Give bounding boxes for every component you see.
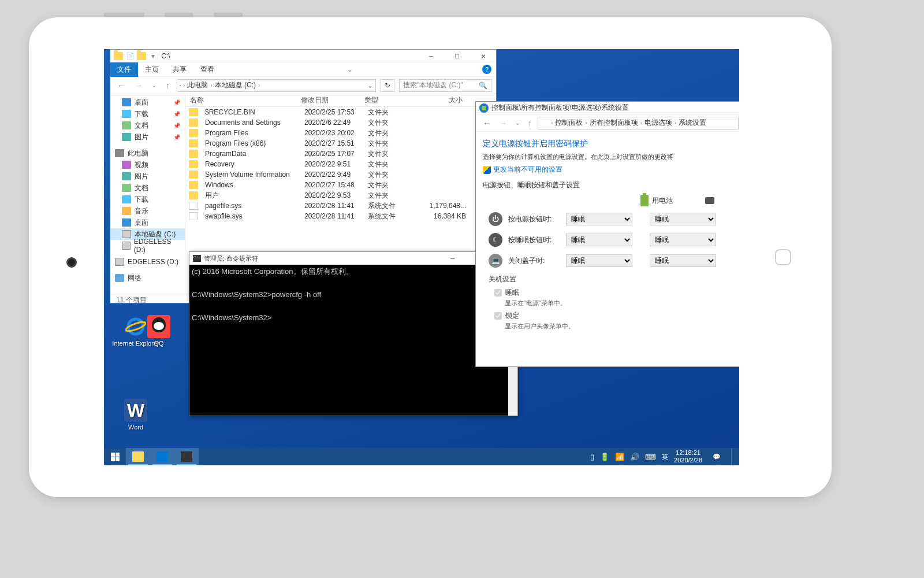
file-row[interactable]: swapfile.sys 2020/2/28 11:41 系统文件 16,384… — [185, 211, 496, 221]
folder-icon — [189, 129, 198, 137]
setting-dropdown-battery[interactable]: 睡眠 — [566, 234, 632, 246]
breadcrumb[interactable]: 所有控制面板项 — [590, 118, 638, 128]
ribbon-expand-icon[interactable]: ⌄ — [347, 65, 353, 73]
tab-view[interactable]: 查看 — [193, 62, 221, 77]
action-center-button[interactable]: 💬 — [708, 448, 725, 465]
nav-forward-button[interactable]: → — [132, 80, 145, 91]
column-header-size[interactable]: 大小 — [411, 95, 468, 105]
nav-history-button[interactable]: ⌄ — [150, 81, 159, 90]
refresh-button[interactable]: ↻ — [381, 79, 394, 92]
taskbar-cmd[interactable] — [174, 448, 199, 465]
ie-icon — [124, 315, 147, 338]
file-row[interactable]: ProgramData 2020/2/25 17:07 文件夹 — [185, 149, 496, 159]
titlebar-dropdown-icon[interactable]: ▾ — [151, 52, 155, 60]
nav-back-button[interactable]: ← — [480, 117, 493, 129]
breadcrumb-drive[interactable]: 本地磁盘 (C:) — [215, 80, 256, 90]
nav-drive-d-2[interactable]: EDGELESS (D:) — [110, 256, 185, 268]
nav-history-button[interactable]: ⌄ — [513, 118, 522, 127]
cp-change-settings-link[interactable]: 更改当前不可用的设置 — [483, 165, 739, 175]
nav-documents[interactable]: 文档📌 — [110, 120, 185, 131]
control-panel-window: 控制面板\所有控制面板项\电源选项\系统设置 ← → ⌄ ↑ › 控制面板 › … — [475, 101, 739, 367]
breadcrumb[interactable]: 电源选项 — [644, 118, 672, 128]
tray-tablet-icon[interactable]: ▯ — [590, 453, 594, 461]
address-bar[interactable]: › 控制面板 › 所有控制面板项 › 电源选项 › 系统设置 — [538, 117, 739, 129]
cp-titlebar[interactable]: 控制面板\所有控制面板项\电源选项\系统设置 — [476, 102, 739, 114]
drive-icon — [180, 85, 181, 86]
help-button[interactable]: ? — [482, 65, 491, 74]
file-row[interactable]: 用户 2020/2/22 9:53 文件夹 — [185, 190, 496, 201]
explorer-titlebar[interactable]: 📄 ▾ | C:\ ─ ☐ ✕ — [110, 50, 496, 62]
setting-dropdown-battery[interactable]: 睡眠 — [566, 213, 632, 225]
battery-icon — [640, 195, 649, 206]
nav-music[interactable]: 音乐 — [110, 205, 185, 217]
tab-share[interactable]: 共享 — [166, 62, 193, 77]
tab-home[interactable]: 主页 — [138, 62, 166, 77]
tray-wifi-icon[interactable]: 📶 — [615, 453, 624, 461]
tablet-home-button[interactable] — [775, 249, 791, 265]
breadcrumb[interactable]: 控制面板 — [555, 118, 583, 128]
column-header-date[interactable]: 修改日期 — [301, 95, 364, 105]
file-row[interactable]: $RECYCLE.BIN 2020/2/25 17:53 文件夹 — [185, 107, 496, 117]
breadcrumb-pc[interactable]: 此电脑 — [187, 80, 208, 90]
nav-desktop[interactable]: 桌面📌 — [110, 97, 185, 108]
cmd-window: 管理员: 命令提示符 ─ ☐ ✕ (c) 2016 Microsoft Corp… — [189, 251, 518, 416]
breadcrumb[interactable]: 系统设置 — [679, 118, 706, 128]
file-row[interactable]: Recovery 2020/2/22 9:51 文件夹 — [185, 159, 496, 169]
nav-forward-button[interactable]: → — [497, 117, 509, 129]
search-icon: 🔍 — [479, 81, 487, 90]
nav-up-button[interactable]: ↑ — [526, 117, 534, 129]
file-row[interactable]: Program Files 2020/2/23 20:02 文件夹 — [185, 128, 496, 138]
file-row[interactable]: Documents and Settings 2020/2/6 22:49 文件… — [185, 117, 496, 128]
nav-back-button[interactable]: ← — [115, 80, 128, 91]
maximize-button[interactable]: ☐ — [444, 50, 470, 62]
nav-downloads-2[interactable]: 下载 — [110, 194, 185, 205]
taskbar-clock[interactable]: 12:18:21 2020/2/28 — [674, 449, 702, 464]
tray-battery-icon[interactable]: 🔋 — [600, 453, 609, 461]
lid-icon: 💻 — [489, 254, 502, 268]
cmd-icon — [193, 255, 201, 262]
minimize-button[interactable]: ─ — [418, 50, 444, 62]
nav-drive-d[interactable]: EDGELESS (D:) — [110, 240, 185, 251]
start-button[interactable] — [104, 448, 126, 465]
column-header-name[interactable]: 名称 — [185, 95, 301, 105]
cmd-output[interactable]: (c) 2016 Microsoft Corporation。保留所有权利。 C… — [189, 265, 517, 325]
taskbar-explorer[interactable] — [126, 448, 150, 465]
setting-dropdown-battery[interactable]: 睡眠 — [566, 254, 632, 267]
tray-volume-icon[interactable]: 🔊 — [630, 453, 639, 461]
search-input[interactable]: 搜索"本地磁盘 (C:)" 🔍 — [399, 79, 491, 92]
file-row[interactable]: Program Files (x86) 2020/2/27 15:51 文件夹 — [185, 138, 496, 149]
cp-heading: 定义电源按钮并启用密码保护 — [483, 139, 739, 149]
folder-icon — [189, 108, 198, 116]
tray-ime[interactable]: 英 — [662, 453, 668, 461]
nav-up-button[interactable]: ↑ — [163, 80, 172, 91]
cmd-titlebar[interactable]: 管理员: 命令提示符 ─ ☐ ✕ — [189, 252, 517, 265]
nav-network[interactable]: 网络 — [110, 272, 185, 284]
nav-documents-2[interactable]: 文档 — [110, 182, 185, 194]
address-dropdown-icon[interactable]: ⌄ — [367, 81, 373, 90]
file-row[interactable]: pagefile.sys 2020/2/28 11:41 系统文件 1,179,… — [185, 201, 496, 211]
setting-dropdown-plugged[interactable]: 睡眠 — [650, 254, 716, 267]
desktop-icon-word[interactable]: W Word — [110, 399, 162, 431]
file-row[interactable]: System Volume Information 2020/2/22 9:49… — [185, 169, 496, 180]
desktop-icon-qq[interactable]: QQ — [147, 315, 170, 347]
close-button[interactable]: ✕ — [470, 50, 496, 62]
checkbox-sublabel: 显示在用户头像菜单中。 — [489, 322, 739, 331]
tab-file[interactable]: 文件 — [110, 62, 138, 77]
nav-desktop-2[interactable]: 桌面 — [110, 217, 185, 228]
setting-dropdown-plugged[interactable]: 睡眠 — [650, 234, 716, 246]
setting-dropdown-plugged[interactable]: 睡眠 — [650, 213, 716, 225]
shield-icon — [483, 166, 491, 174]
nav-videos[interactable]: 视频 — [110, 159, 185, 171]
nav-pictures-2[interactable]: 图片 — [110, 171, 185, 182]
taskbar-control-panel[interactable] — [150, 448, 174, 465]
nav-downloads[interactable]: 下载📌 — [110, 108, 185, 120]
nav-pictures[interactable]: 图片📌 — [110, 131, 185, 143]
word-icon: W — [124, 399, 147, 422]
column-header-type[interactable]: 类型 — [364, 95, 411, 105]
tray-keyboard-icon[interactable]: ⌨ — [645, 453, 656, 461]
address-bar[interactable]: › 此电脑 › 本地磁盘 (C:) › ⌄ — [177, 79, 376, 92]
file-row[interactable]: Windows 2020/2/27 15:48 文件夹 — [185, 180, 496, 190]
show-desktop-button[interactable] — [731, 448, 735, 465]
nav-this-pc[interactable]: 此电脑 — [110, 147, 185, 159]
minimize-button[interactable]: ─ — [439, 252, 465, 265]
